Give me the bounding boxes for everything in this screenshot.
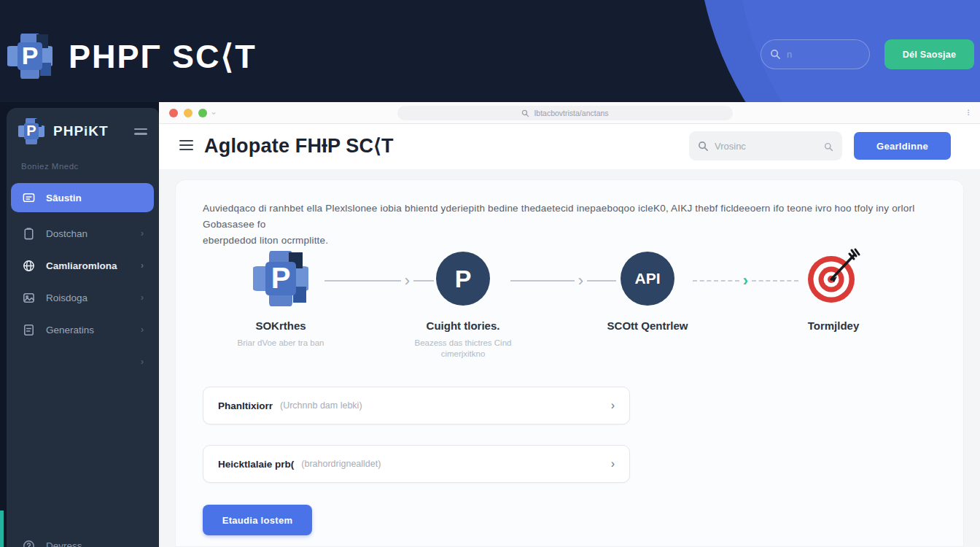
accordion-phanltixiorr[interactable]: Phanltixiorr (Urchnnb dam lebki) ›	[203, 387, 630, 424]
page-title: Aglopate FHƗP SC⟨T	[204, 134, 394, 158]
banner-search-input[interactable]	[787, 49, 852, 60]
sidebar-item-generatins[interactable]: Generatins ›	[11, 315, 154, 344]
globe-icon	[21, 258, 36, 273]
accordion-heicktlalaie[interactable]: Heicktlalaie prb( (brahordrignealldet) ›	[203, 445, 630, 483]
header-action-button[interactable]: Gearldinne	[854, 132, 951, 160]
step-label: SCOtt Qentrlew	[567, 319, 728, 332]
intro-line-2: eberpdedod liton ocrmplitte.	[203, 233, 939, 249]
sidebar: P PHPiKT Boniez Mnedc Sâustin Dostchan	[7, 108, 159, 547]
close-window-icon[interactable]	[169, 109, 178, 117]
chrome-caret-icon: ⌄	[210, 106, 217, 117]
teal-accent-strip	[0, 511, 4, 547]
sidebar-logo-text: PHPiKT	[53, 123, 122, 139]
chevron-right-icon: ›	[141, 325, 144, 335]
header-search[interactable]	[689, 131, 842, 160]
minimize-window-icon[interactable]	[184, 109, 192, 117]
sidebar-item-devress[interactable]: Devress	[21, 538, 82, 547]
accordion-title: Phanltixiorr	[218, 400, 273, 411]
app-root: P PHPΓ SC⟨T Dél Saosjae P PHPiKT	[0, 0, 980, 547]
flow-step-api: API SCOtt Qentrlew	[567, 248, 728, 338]
step-sublabel: Briar dVoe aber tra ban	[216, 338, 346, 349]
document-icon	[21, 322, 36, 337]
arrow-head-icon: ›	[743, 274, 748, 287]
accordion-hint: (brahordrignealldet)	[301, 459, 381, 469]
flow-step-target: Tormjldey	[753, 248, 914, 338]
sidebar-item-label: Generatins	[46, 325, 94, 335]
page-header: Aglopate FHƗP SC⟨T Gearldinne	[159, 124, 980, 169]
sidebar-item-label: Devress	[46, 540, 82, 547]
browser-chrome-bar: ⌄ Ibtacbovtrista/anctans ⁝	[159, 102, 980, 124]
sidebar-item-blank[interactable]: ›	[11, 347, 154, 376]
browser-window: ⌄ Ibtacbovtrista/anctans ⁝ Aglopate FHƗP…	[159, 102, 980, 547]
sidebar-item-camliaromlona[interactable]: Camliaromlona ›	[11, 251, 154, 280]
flow-step-p-circle: P Cuight tlories. Beazess das thictres C…	[383, 248, 543, 360]
search-icon	[698, 141, 709, 152]
sidebar-backdrop: P PHPiKT Boniez Mnedc Sâustin Dostchan	[0, 102, 159, 547]
sidebar-item-dostchan[interactable]: Dostchan ›	[11, 219, 154, 248]
sidebar-section-label: Boniez Mnedc	[21, 162, 79, 171]
chevron-right-icon: ›	[141, 357, 144, 367]
sidebar-item-label: Camliaromlona	[46, 260, 117, 271]
sidebar-collapse-icon[interactable]	[131, 125, 150, 138]
flow-step-sdk: P SOKrthes Briar dVoe aber tra ban	[201, 248, 361, 349]
sidebar-item-saustin[interactable]: Sâustin	[11, 183, 154, 212]
sidebar-item-label: Dostchan	[46, 228, 88, 239]
step-label: SOKrthes	[201, 319, 361, 332]
help-circle-icon	[21, 538, 36, 547]
maximize-window-icon[interactable]	[198, 109, 207, 117]
address-bar-text: Ibtacbovtrista/anctans	[534, 109, 608, 117]
step-sublabel: Beazess das thictres Cind cimerjxitkno	[398, 338, 528, 360]
chevron-right-icon: ›	[141, 292, 144, 303]
chevron-right-icon: ›	[141, 260, 144, 271]
api-circle-icon: API	[621, 252, 674, 306]
p-circle-icon: P	[436, 252, 490, 306]
search-submit-icon[interactable]	[824, 141, 833, 151]
search-icon	[770, 49, 781, 60]
accordion-title: Heicktlalaie prb(	[218, 459, 294, 470]
banner-cta-button[interactable]: Dél Saosjae	[884, 39, 974, 69]
php-plus-logo-icon: P	[7, 34, 52, 79]
chevron-right-icon: ›	[141, 228, 144, 238]
brand-logo-text: PHPΓ SC⟨T	[69, 37, 257, 76]
chevron-right-icon: ›	[611, 399, 615, 412]
chrome-more-icon[interactable]: ⁝	[967, 107, 970, 117]
top-banner: P PHPΓ SC⟨T Dél Saosjae	[0, 0, 980, 102]
accordion-hint: (Urchnnb dam lebki)	[280, 400, 362, 411]
chevron-right-icon: ›	[611, 457, 615, 470]
sidebar-item-label: Roisdoga	[46, 292, 88, 303]
php-plus-logo-icon: P	[253, 251, 308, 306]
banner-search[interactable]	[761, 39, 870, 69]
menu-icon[interactable]	[179, 140, 193, 153]
intro-paragraph: Auviedqaco di ranhbet ella Plexlslonee i…	[203, 201, 939, 249]
header-search-input[interactable]	[715, 141, 818, 152]
step-label: Tormjldey	[753, 319, 914, 332]
step-label: Cuight tlories.	[383, 319, 543, 332]
target-dart-icon	[804, 247, 863, 310]
primary-cta-button[interactable]: Etaudia lostem	[203, 505, 312, 535]
intro-line-1: Auviedqaco di ranhbet ella Plexlslonee i…	[203, 201, 939, 233]
clipboard-icon	[21, 226, 36, 241]
image-icon	[21, 290, 36, 305]
search-icon	[521, 109, 529, 117]
sidebar-item-label: Sâustin	[46, 193, 82, 203]
chat-icon	[21, 190, 36, 205]
sidebar-item-roisdoga[interactable]: Roisdoga ›	[11, 283, 154, 312]
brand-logo: P PHPΓ SC⟨T	[7, 34, 257, 79]
address-bar[interactable]: Ibtacbovtrista/anctans	[397, 106, 733, 120]
sidebar-logo-icon: P	[18, 118, 44, 144]
